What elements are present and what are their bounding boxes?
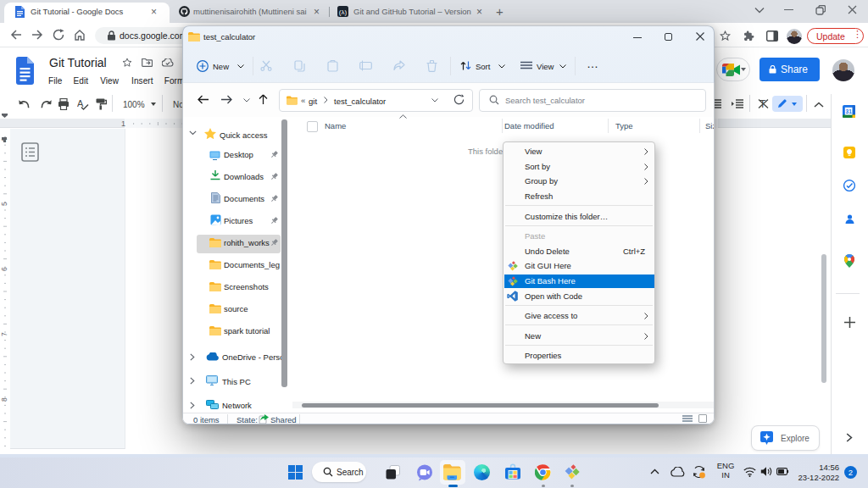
svg-text:31: 31 xyxy=(846,108,853,114)
svg-text:A: A xyxy=(77,98,84,108)
svg-text:6: 6 xyxy=(0,267,8,271)
svg-text:8: 8 xyxy=(0,397,8,402)
svg-text:5: 5 xyxy=(0,202,8,206)
svg-text:7: 7 xyxy=(0,332,8,336)
svg-text:(λ): (λ) xyxy=(339,8,348,16)
